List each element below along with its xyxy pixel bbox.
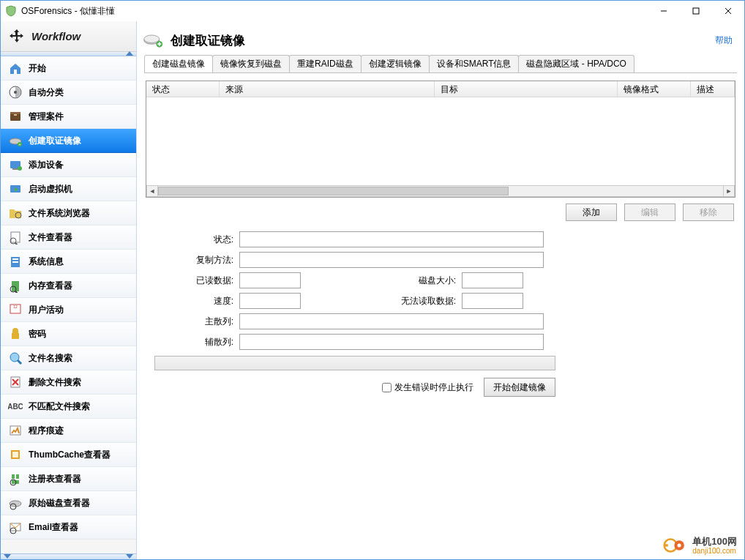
sidebar-item-label: 用户活动 [29,304,64,316]
secondary-hash-field [239,334,544,350]
tab-4[interactable]: 设备和SMART信息 [429,55,520,72]
column-header[interactable]: 描述 [691,81,735,97]
list-hscrollbar[interactable]: ◄ ► [146,185,735,197]
sidebar-item-14[interactable]: ABC不匹配文件搜索 [1,395,136,419]
scroll-right-icon[interactable]: ► [723,185,735,197]
nav-icon [8,278,23,293]
svg-rect-4 [14,70,17,74]
sidebar-item-5[interactable]: 启动虚拟机 [1,177,136,201]
sidebar-item-12[interactable]: 文件名搜索 [1,346,136,370]
column-header[interactable]: 状态 [146,81,220,97]
sidebar-item-3[interactable]: +创建取证镜像 [1,129,136,153]
sidebar-item-label: 自动分类 [29,86,64,99]
svg-rect-39 [12,452,18,458]
sidebar-item-13[interactable]: 删除文件搜索 [1,370,136,395]
svg-rect-19 [11,232,20,242]
tab-5[interactable]: 磁盘隐藏区域 - HPA/DCO [518,55,634,72]
sidebar-item-9[interactable]: 内存查看器 [1,274,136,298]
maximize-button[interactable] [680,1,712,21]
sidebar-item-label: 添加设备 [29,159,64,171]
svg-rect-37 [10,426,20,435]
speed-field [239,293,301,309]
sidebar-item-17[interactable]: 注册表查看器 [1,467,136,491]
nav-icon [8,326,23,341]
app-shield-icon [5,5,17,17]
sidebar-header: Workflow [1,21,136,52]
svg-rect-9 [14,114,17,116]
nav-icon [8,520,23,534]
workflow-icon [8,28,26,45]
nav-icon [8,157,23,172]
status-field [239,231,544,247]
sidebar-item-0[interactable]: 开始 [1,56,136,81]
sidebar-item-label: 管理案件 [29,111,64,123]
sidebar-item-1[interactable]: 自动分类 [1,81,136,105]
svg-point-44 [10,501,21,507]
svg-rect-14 [12,168,18,170]
column-header[interactable]: 目标 [435,81,618,97]
watermark-logo-icon [663,537,688,554]
nav-icon [8,375,23,389]
sidebar-item-4[interactable]: 添加设备 [1,153,136,177]
sidebar-item-11[interactable]: 密码 [1,322,136,346]
tab-3[interactable]: 创建逻辑镜像 [361,55,430,72]
sidebar-item-15[interactable]: 程序痕迹 [1,419,136,443]
read-data-label: 已读数据: [151,275,239,287]
sidebar-item-label: ThumbCache查看器 [29,449,111,461]
nav-icon: ABC [8,399,23,414]
svg-text:+: + [19,142,21,146]
sidebar-item-label: 文件查看器 [29,231,72,244]
unreadable-label: 无法读取数据: [374,295,462,307]
column-header[interactable]: 来源 [220,81,435,97]
add-button[interactable]: 添加 [566,204,617,221]
tab-2[interactable]: 重建RAID磁盘 [289,55,362,72]
sidebar-item-7[interactable]: 文件查看器 [1,225,136,250]
nav-icon [8,206,23,220]
svg-rect-30 [12,333,19,339]
window-title: OSForensics - 似懂非懂 [21,5,115,18]
read-data-field [239,272,301,288]
image-list: 状态来源目标镜像格式描述 ◄ ► [146,81,735,198]
sidebar-item-6[interactable]: 文件系统浏览器 [1,201,136,225]
nav-icon [8,254,23,269]
help-link[interactable]: 帮助 [715,34,733,47]
delete-button[interactable]: 移除 [683,204,734,221]
column-header[interactable]: 镜像格式 [618,81,691,97]
sidebar-item-18[interactable]: 原始磁盘查看器 [1,491,136,515]
sidebar-item-10[interactable]: 12用户活动 [1,298,136,322]
tab-0[interactable]: 创建磁盘镜像 [144,55,213,72]
scroll-left-icon[interactable]: ◄ [146,185,158,197]
sidebar-item-label: 密码 [29,328,46,340]
sidebar-collapse-up[interactable] [1,52,136,56]
svg-rect-56 [664,544,668,546]
svg-text:12: 12 [13,305,18,309]
svg-rect-23 [12,258,18,260]
edit-button[interactable]: 编辑 [624,204,675,221]
tab-1[interactable]: 镜像恢复到磁盘 [212,55,290,72]
watermark: 单机100网 danji100.com [663,535,737,555]
page-title: 创建取证镜像 [171,32,245,49]
sidebar-item-label: 内存查看器 [29,280,72,292]
svg-text:ABC: ABC [8,403,23,411]
stop-on-error-checkbox[interactable]: 发生错误时停止执行 [382,381,473,394]
main-panel: 创建取证镜像 帮助 创建磁盘镜像镜像恢复到磁盘重建RAID磁盘创建逻辑镜像设备和… [137,21,744,559]
sidebar-item-8[interactable]: 系统信息 [1,250,136,274]
sidebar-item-16[interactable]: ThumbCache查看器 [1,443,136,467]
unreadable-field [462,293,523,309]
svg-rect-8 [10,112,20,114]
svg-point-55 [678,543,681,547]
sidebar-title: Workflow [31,30,81,42]
minimize-button[interactable] [648,1,680,21]
svg-rect-41 [16,474,19,479]
close-button[interactable] [712,1,744,21]
sidebar: Workflow 开始自动分类管理案件+创建取证镜像添加设备启动虚拟机文件系统浏… [1,21,137,559]
sidebar-item-19[interactable]: Email查看器 [1,515,136,540]
sidebar-collapse-down[interactable] [1,553,136,559]
sidebar-item-label: Email查看器 [29,521,78,534]
start-button[interactable]: 开始创建镜像 [484,378,555,397]
secondary-hash-label: 辅散列: [151,336,239,348]
svg-point-49 [144,35,160,43]
svg-point-6 [14,91,17,94]
sidebar-item-2[interactable]: 管理案件 [1,105,136,129]
tabs: 创建磁盘镜像镜像恢复到磁盘重建RAID磁盘创建逻辑镜像设备和SMART信息磁盘隐… [137,55,744,72]
